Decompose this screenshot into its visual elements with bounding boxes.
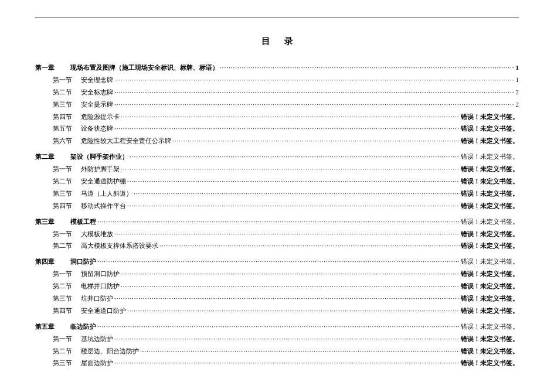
toc-section-row: 第三节坑井口防护错误！未定义书签。 [35,292,519,305]
leader-dots [127,175,460,188]
leader-dots [114,98,515,111]
leader-dots [134,188,460,200]
section-title: 电梯井口防护 [81,280,120,292]
section-label: 第二节 [53,86,81,98]
toc-section-row: 第一节预留洞口防护错误！未定义书签。 [35,268,519,280]
page-ref-error: 错误！未定义书签。 [461,111,519,123]
page-ref: 2 [516,98,519,111]
section-title: 预留洞口防护 [81,268,120,280]
leader-dots [127,305,460,317]
toc-section-row: 第二节高大模板支撑体系搭设要求错误！未定义书签。 [35,240,519,252]
section-label: 第四节 [53,200,81,212]
leader-dots [114,357,460,369]
chapter-label: 第三章 [35,216,70,228]
page-ref-error: 错误！未定义书签。 [461,216,519,228]
toc-chapter-row: 第四章洞口防护错误！未定义书签。 [35,255,519,268]
section-title: 坑井口防护 [81,292,113,305]
chapter-title: 架设（脚手架作业） [70,151,128,163]
section-label: 第三节 [53,357,81,369]
chapter-title: 洞口防护 [70,255,96,268]
page-ref-error: 错误！未定义书签。 [461,280,519,292]
leader-dots [130,151,460,163]
section-title: 楼层边、阳台边防护 [81,345,139,357]
toc-section-row: 第一节安全理念牌1 [35,74,519,86]
leader-dots [159,240,460,252]
chapter-title: 临边防护 [70,321,96,333]
document-page: 目录 第一章现场布置及图牌（施工现场安全标识、标牌、标语）1第一节安全理念牌1第… [0,0,554,381]
table-of-contents: 第一章现场布置及图牌（施工现场安全标识、标牌、标语）1第一节安全理念牌1第二节安… [35,62,519,369]
page-ref-error: 错误！未定义书签。 [461,228,519,240]
section-label: 第三节 [53,98,81,111]
toc-section-row: 第四节危险源提示卡错误！未定义书签。 [35,111,519,123]
leader-dots [114,86,515,98]
toc-section-row: 第一节基坑边防护错误！未定义书签。 [35,333,519,345]
leader-dots [121,111,460,123]
toc-chapter-row: 第五章临边防护错误！未定义书签。 [35,321,519,333]
toc-chapter-row: 第三章模板工程错误！未定义书签。 [35,216,519,228]
page-ref-error: 错误！未定义书签。 [461,292,519,305]
section-title: 安全通道防护棚 [81,175,126,188]
toc-section-row: 第二节安全标志牌2 [35,86,519,98]
toc-section-row: 第二节电梯井口防护错误！未定义书签。 [35,280,519,292]
leader-dots [97,321,460,333]
page-ref-error: 错误！未定义书签。 [461,135,519,147]
toc-section-row: 第三节马道（上人斜道）错误！未定义书签。 [35,188,519,200]
leader-dots [121,268,460,280]
section-label: 第一节 [53,333,81,345]
section-title: 高大模板支撑体系搭设要求 [81,240,158,252]
section-title: 安全理念牌 [81,74,113,86]
page-ref-error: 错误！未定义书签。 [461,321,519,333]
leader-dots [140,345,460,357]
leader-dots [97,216,460,228]
leader-dots [172,135,460,147]
section-label: 第三节 [53,188,81,200]
section-title: 大模板堆放 [81,228,113,240]
section-label: 第四节 [53,111,81,123]
page-ref: 1 [516,74,519,86]
section-label: 第四节 [53,305,81,317]
section-label: 第一节 [53,74,81,86]
page-ref-error: 错误！未定义书签。 [461,357,519,369]
section-label: 第二节 [53,175,81,188]
page-ref: 1 [516,62,519,74]
page-ref-error: 错误！未定义书签。 [461,188,519,200]
chapter-title: 现场布置及图牌（施工现场安全标识、标牌、标语） [70,62,219,74]
section-label: 第一节 [53,228,81,240]
chapter-label: 第一章 [35,62,70,74]
leader-dots [114,292,460,305]
section-title: 屋面边防护 [81,357,113,369]
section-label: 第五节 [53,122,81,135]
leader-dots [114,228,460,240]
leader-dots [97,255,460,268]
section-title: 危险性较大工程安全责任公示牌 [81,135,171,147]
toc-section-row: 第二节安全通道防护棚错误！未定义书签。 [35,175,519,188]
toc-section-row: 第一节外防护脚手架错误！未定义书签。 [35,163,519,175]
section-title: 安全标志牌 [81,86,113,98]
toc-chapter-row: 第二章架设（脚手架作业）错误！未定义书签。 [35,151,519,163]
toc-section-row: 第五节设备状态牌错误！未定义书签。 [35,122,519,135]
section-label: 第六节 [53,135,81,147]
leader-dots [220,62,515,74]
toc-section-row: 第四节安全通道口防护错误！未定义书签。 [35,305,519,317]
leader-dots [114,122,460,135]
section-title: 安全通道口防护 [81,305,126,317]
toc-section-row: 第三节屋面边防护错误！未定义书签。 [35,357,519,369]
leader-dots [127,200,460,212]
section-label: 第二节 [53,345,81,357]
toc-chapter-row: 第一章现场布置及图牌（施工现场安全标识、标牌、标语）1 [35,62,519,74]
page-ref-error: 错误！未定义书签。 [461,122,519,135]
toc-section-row: 第六节危险性较大工程安全责任公示牌错误！未定义书签。 [35,135,519,147]
chapter-label: 第二章 [35,151,70,163]
page-ref-error: 错误！未定义书签。 [461,305,519,317]
section-title: 设备状态牌 [81,122,113,135]
toc-title: 目录 [35,36,519,47]
section-label: 第一节 [53,163,81,175]
chapter-title: 模板工程 [70,216,96,228]
leader-dots [121,280,460,292]
page-ref: 2 [516,86,519,98]
chapter-label: 第五章 [35,321,70,333]
toc-section-row: 第二节楼层边、阳台边防护错误！未定义书签。 [35,345,519,357]
section-label: 第一节 [53,268,81,280]
section-title: 安全提示牌 [81,98,113,111]
page-ref-error: 错误！未定义书签。 [461,151,519,163]
